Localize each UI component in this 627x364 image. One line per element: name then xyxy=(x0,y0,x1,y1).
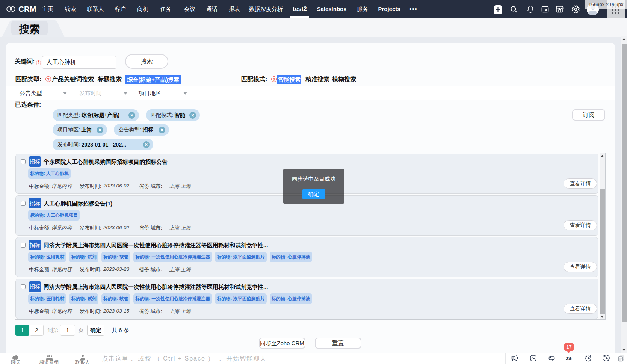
svg-text:za: za xyxy=(566,355,572,361)
